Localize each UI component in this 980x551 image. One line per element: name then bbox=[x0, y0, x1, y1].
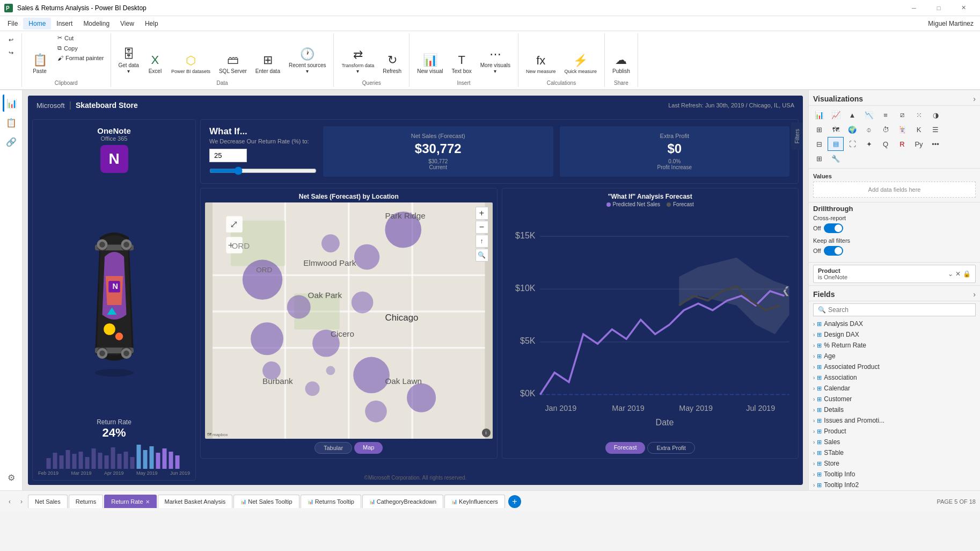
forecast-tab-forecast[interactable]: Forecast bbox=[605, 442, 646, 454]
cross-report-toggle[interactable] bbox=[824, 223, 843, 233]
refresh-button[interactable]: ↻ Refresh bbox=[379, 33, 405, 76]
data-view-icon[interactable]: 📋 bbox=[3, 114, 20, 131]
list-item[interactable]: › ⊞ Association bbox=[809, 372, 980, 383]
viz-analytics-icon[interactable]: 🔧 bbox=[828, 151, 844, 165]
filter-clear-icon[interactable]: ✕ bbox=[955, 270, 961, 278]
map-zoom-out[interactable]: − bbox=[476, 221, 488, 234]
list-item[interactable]: › ⊞ Tooltip Info2 bbox=[809, 480, 980, 490]
tab-close-icon[interactable]: ✕ bbox=[145, 499, 150, 505]
dax-icon[interactable]: ⚙ bbox=[3, 469, 20, 486]
list-item[interactable]: › ⊞ Sales bbox=[809, 437, 980, 447]
list-item[interactable]: › ⊞ Product bbox=[809, 426, 980, 437]
maximize-button[interactable]: □ bbox=[926, 0, 951, 16]
filter-expand-icon[interactable]: ⌄ bbox=[948, 270, 953, 278]
add-page-button[interactable]: + bbox=[508, 495, 521, 508]
viz-combo-chart-icon[interactable]: 📉 bbox=[861, 108, 877, 122]
tab-returns-tooltip[interactable]: 📊 Returns Tooltip bbox=[301, 495, 361, 508]
tab-return-rate[interactable]: Return Rate ✕ bbox=[104, 495, 156, 508]
filter-lock-icon[interactable]: 🔒 bbox=[963, 270, 971, 278]
viz-area-chart-icon[interactable]: ▲ bbox=[844, 108, 860, 122]
text-box-button[interactable]: T Text box bbox=[449, 33, 475, 76]
cut-button[interactable]: ✂ Cut bbox=[55, 33, 106, 42]
tab-net-sales[interactable]: Net Sales bbox=[28, 495, 68, 508]
map-search-control[interactable]: 🔍 bbox=[476, 249, 488, 262]
undo-button[interactable]: ↩ bbox=[2, 33, 19, 46]
tabular-tab[interactable]: Tabular bbox=[315, 442, 352, 454]
add-fields-box[interactable]: Add data fields here bbox=[813, 182, 976, 198]
viz-matrix-icon[interactable]: ⊟ bbox=[811, 137, 827, 151]
viz-format-icon[interactable]: ⊞ bbox=[811, 151, 827, 165]
menu-view[interactable]: View bbox=[115, 18, 140, 30]
close-button[interactable]: ✕ bbox=[951, 0, 976, 16]
menu-help[interactable]: Help bbox=[140, 18, 164, 30]
viz-scatter-icon[interactable]: ⁙ bbox=[911, 108, 927, 122]
viz-custom2-icon[interactable]: Py bbox=[911, 137, 927, 151]
viz-ribbon-chart-icon[interactable]: ≡ bbox=[877, 108, 894, 122]
fields-expand-icon[interactable]: › bbox=[973, 290, 976, 299]
viz-pie-chart-icon[interactable]: ◑ bbox=[927, 108, 944, 122]
excel-button[interactable]: X Excel bbox=[144, 33, 166, 76]
enter-data-button[interactable]: ⊞ Enter data bbox=[252, 33, 283, 76]
viz-ai-icon[interactable]: ✦ bbox=[861, 137, 877, 151]
map-tab[interactable]: Map bbox=[354, 442, 383, 454]
report-view-icon[interactable]: 📊 bbox=[3, 95, 20, 112]
list-item[interactable]: › ⊞ Customer bbox=[809, 394, 980, 404]
menu-file[interactable]: File bbox=[2, 18, 23, 30]
list-item[interactable]: › ⊞ Age bbox=[809, 351, 980, 361]
tab-market-basket[interactable]: Market Basket Analysis bbox=[158, 495, 233, 508]
copy-button[interactable]: ⧉ Copy bbox=[55, 44, 106, 53]
viz-gauge-icon[interactable]: ⏱ bbox=[877, 122, 894, 136]
map-info-button[interactable]: i bbox=[482, 429, 491, 437]
get-data-button[interactable]: 🗄 Get data ▾ bbox=[115, 33, 142, 76]
sql-server-button[interactable]: 🗃 SQL Server bbox=[216, 33, 250, 76]
filters-panel[interactable]: Filters bbox=[791, 122, 803, 150]
viz-custom1-icon[interactable]: R bbox=[894, 137, 910, 151]
new-visual-button[interactable]: 📊 New visual bbox=[414, 33, 446, 76]
tab-net-sales-tooltip[interactable]: 📊 Net Sales Tooltip bbox=[233, 495, 299, 508]
keep-filters-toggle[interactable] bbox=[824, 246, 843, 256]
fields-search-input[interactable] bbox=[828, 306, 971, 314]
viz-treemap-icon[interactable]: ⊞ bbox=[811, 122, 827, 136]
publish-button[interactable]: ☁ Publish bbox=[609, 33, 633, 76]
new-measure-button[interactable]: fx New measure bbox=[523, 33, 559, 76]
viz-line-chart-icon[interactable]: 📈 bbox=[828, 108, 844, 122]
list-item[interactable]: › ⊞ Store bbox=[809, 458, 980, 469]
list-item[interactable]: › ⊞ Design DAX bbox=[809, 329, 980, 340]
menu-home[interactable]: Home bbox=[23, 18, 51, 30]
transform-data-button[interactable]: ⇄ Transform data ▾ bbox=[338, 33, 377, 76]
what-if-input[interactable] bbox=[209, 149, 247, 162]
list-item[interactable]: › ⊞ Issues and Promoti... bbox=[809, 415, 980, 426]
more-visuals-button[interactable]: ⋯ More visuals ▾ bbox=[477, 33, 514, 76]
tab-key-influencers[interactable]: 📊 KeyInfluencers bbox=[444, 495, 505, 508]
list-item[interactable]: › ⊞ Associated Product bbox=[809, 361, 980, 372]
viz-more-icon[interactable]: ••• bbox=[927, 137, 944, 151]
viz-filled-map-icon[interactable]: 🌍 bbox=[844, 122, 860, 136]
menu-insert[interactable]: Insert bbox=[51, 18, 78, 30]
list-item[interactable]: › ⊞ Calendar bbox=[809, 383, 980, 394]
power-bi-datasets-button[interactable]: ⬡ Power BI datasets bbox=[168, 33, 214, 76]
viz-waterfall-icon[interactable]: ⧄ bbox=[894, 108, 910, 122]
list-item[interactable]: › ⊞ Analysis DAX bbox=[809, 318, 980, 329]
viz-table-icon[interactable]: ☰ bbox=[927, 122, 944, 136]
list-item[interactable]: › ⊞ Tooltip Info bbox=[809, 469, 980, 480]
minimize-button[interactable]: ─ bbox=[902, 0, 926, 16]
list-item[interactable]: › ⊞ STable bbox=[809, 447, 980, 458]
viz-decomp-icon[interactable]: ⛶ bbox=[844, 137, 860, 151]
quick-measure-button[interactable]: ⚡ Quick measure bbox=[561, 33, 600, 76]
tab-returns[interactable]: Returns bbox=[69, 495, 104, 508]
viz-card-icon[interactable]: 🃏 bbox=[894, 122, 910, 136]
page-prev[interactable]: ‹ bbox=[4, 496, 15, 507]
model-view-icon[interactable]: 🔗 bbox=[3, 133, 20, 150]
viz-map-icon[interactable]: 🗺 bbox=[828, 122, 844, 136]
viz-funnel-icon[interactable]: ⌽ bbox=[861, 122, 877, 136]
menu-modeling[interactable]: Modeling bbox=[78, 18, 115, 30]
page-next[interactable]: › bbox=[16, 496, 27, 507]
viz-expand-icon[interactable]: › bbox=[973, 95, 976, 103]
map-compass[interactable]: ↑ bbox=[476, 235, 488, 248]
list-item[interactable]: › ⊞ % Return Rate bbox=[809, 340, 980, 351]
tab-category-breakdown[interactable]: 📊 CathegoryBreackdown bbox=[362, 495, 443, 508]
forecast-tab-extra-profit[interactable]: Extra Profit bbox=[647, 442, 694, 454]
recent-sources-button[interactable]: 🕐 Recent sources ▾ bbox=[286, 33, 329, 76]
list-item[interactable]: › ⊞ Details bbox=[809, 404, 980, 415]
viz-slicer-icon[interactable]: ▤ bbox=[828, 137, 844, 151]
